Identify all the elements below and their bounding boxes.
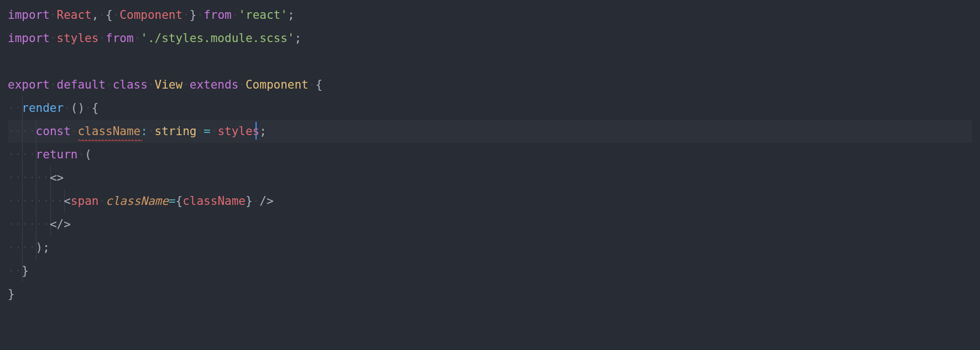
line-tokens: ····const·className:·string·=·styles;	[8, 125, 267, 138]
token-kw: class	[113, 78, 148, 91]
token-ws: ·	[50, 32, 57, 45]
token-num-or-const: className	[77, 125, 140, 138]
token-ws: ·	[238, 78, 246, 91]
code-line[interactable]: ······</>	[8, 213, 972, 236]
token-kw: return	[36, 148, 78, 161]
token-ws: ·	[71, 125, 78, 138]
line-tokens: ······</>	[8, 218, 71, 231]
whitespace-dots: ··	[8, 125, 22, 138]
token-punct: ;	[294, 32, 301, 45]
token-cls: styles	[57, 32, 99, 45]
token-punct: }	[190, 8, 197, 22]
token-op: =	[169, 194, 176, 208]
whitespace-dots: ··	[22, 241, 35, 254]
whitespace-dots: ··	[8, 194, 22, 208]
token-kw: import	[8, 32, 50, 45]
line-tokens: export·default·class·View·extends·Compon…	[8, 78, 322, 91]
whitespace-dots: ··	[36, 171, 50, 184]
line-tokens: import·styles·from·'./styles.module.scss…	[8, 32, 301, 45]
token-type: string	[155, 125, 197, 138]
line-tokens: ··render·()·{	[8, 101, 98, 115]
token-kw: const	[36, 125, 71, 138]
token-punct: </>	[50, 218, 71, 231]
token-ws: ·	[211, 125, 218, 138]
token-ws: ·	[77, 148, 85, 161]
line-tokens: ··}	[8, 264, 29, 277]
code-line[interactable]: ····const·className:·string·=·styles;	[8, 120, 972, 143]
token-ws: ·	[50, 8, 57, 22]
token-punct: {	[176, 194, 183, 208]
code-line[interactable]: ··render·()·{	[8, 96, 972, 120]
token-punct: <	[64, 194, 71, 208]
token-punct: }	[246, 194, 253, 208]
code-line[interactable]: import·styles·from·'./styles.module.scss…	[8, 27, 972, 50]
code-line[interactable]: ····);	[8, 236, 972, 259]
token-ws: ·	[98, 194, 106, 208]
token-cls: React	[57, 8, 92, 22]
token-ws: ·	[106, 78, 113, 91]
token-cls: Component	[119, 8, 183, 22]
token-punct: />	[259, 194, 273, 208]
token-ws: ·	[98, 32, 106, 45]
token-punct: );	[36, 241, 50, 254]
whitespace-dots: ··	[22, 125, 35, 138]
whitespace-dots: ··	[8, 148, 22, 161]
whitespace-dots: ··	[8, 218, 22, 231]
token-kw: import	[8, 8, 50, 22]
token-punct: (	[85, 148, 92, 161]
token-ws: ·	[134, 32, 141, 45]
token-punct: ;	[288, 8, 295, 22]
code-editor[interactable]: import·React,·{·Component·}·from·'react'…	[0, 0, 980, 350]
token-ws: ·	[148, 78, 155, 91]
token-ws: ·	[309, 78, 316, 91]
line-tokens: ······<>	[8, 171, 64, 184]
whitespace-dots: ··	[22, 218, 35, 231]
whitespace-dots: ··	[8, 241, 22, 254]
line-tokens: ····return·(	[8, 148, 92, 161]
token-kw: extends	[190, 78, 239, 91]
code-line[interactable]: }	[8, 282, 972, 306]
whitespace-dots: ··	[50, 194, 64, 208]
whitespace-dots: ··	[36, 218, 50, 231]
token-ws: ·	[183, 78, 190, 91]
whitespace-dots: ··	[8, 171, 22, 184]
token-punct: }	[8, 287, 15, 301]
token-punct: {	[315, 78, 322, 91]
code-line[interactable]: ······<>	[8, 166, 972, 189]
token-ws: ·	[85, 101, 92, 115]
line-tokens: }	[8, 287, 15, 301]
whitespace-dots: ··	[8, 101, 22, 115]
token-kw: from	[106, 32, 134, 45]
whitespace-dots: ··	[8, 264, 22, 277]
token-str: './styles.module.scss'	[140, 32, 294, 45]
code-line[interactable]	[8, 50, 972, 73]
code-line[interactable]: ········<span·className={className}·/>	[8, 189, 972, 213]
token-attr-jsx: className	[106, 194, 169, 208]
token-punct: {	[92, 101, 99, 115]
token-ws: ·	[183, 8, 190, 22]
code-line[interactable]: ··}	[8, 259, 972, 282]
code-line[interactable]: ····return·(	[8, 143, 972, 166]
token-punct: <>	[50, 171, 64, 184]
token-kw: from	[204, 8, 232, 22]
token-ws: ·	[98, 8, 106, 22]
code-line[interactable]: import·React,·{·Component·}·from·'react'…	[8, 3, 972, 27]
code-line[interactable]: export·default·class·View·extends·Compon…	[8, 73, 972, 96]
whitespace-dots: ··	[22, 194, 35, 208]
token-punct: ()	[71, 101, 85, 115]
token-ws: ·	[64, 101, 71, 115]
token-cls: styles	[217, 125, 259, 138]
token-ws: ·	[113, 8, 120, 22]
token-ws: ·	[50, 78, 57, 91]
token-punct: {	[106, 8, 113, 22]
line-tokens: ········<span·className={className}·/>	[8, 194, 274, 208]
token-cls: className	[183, 194, 246, 208]
token-tag: span	[71, 194, 99, 208]
token-punct: ;	[259, 125, 267, 138]
line-tokens: import·React,·{·Component·}·from·'react'…	[8, 8, 295, 22]
error-squiggle	[79, 139, 142, 141]
token-kw: export	[8, 78, 50, 91]
token-type: View	[155, 78, 183, 91]
token-ws: ·	[232, 8, 239, 22]
token-ws: ·	[148, 125, 155, 138]
